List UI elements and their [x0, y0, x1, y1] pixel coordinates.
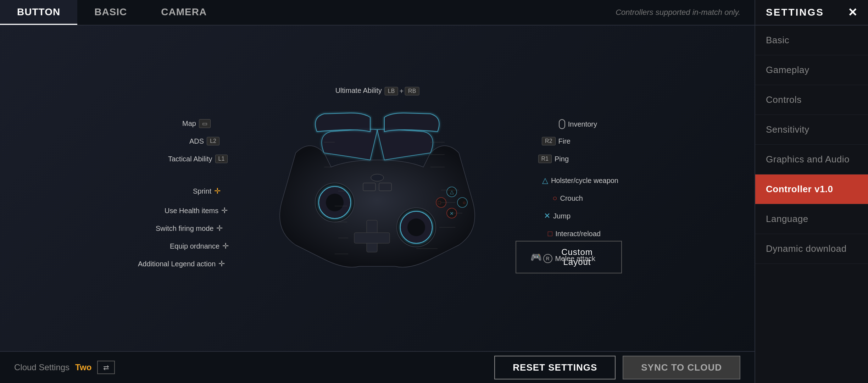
label-switch-firing: Switch firing mode ✛	[156, 224, 223, 233]
ultimate-combo: LB + RB	[385, 87, 419, 95]
custom-layout-button[interactable]: 🎮 Custom Layout	[516, 241, 622, 273]
square-icon: □	[548, 229, 552, 238]
controller-diagram: △ ○ ✕ □	[253, 96, 501, 281]
label-additional-legend: Additional Legend action ✛	[138, 259, 225, 268]
svg-point-18	[371, 174, 384, 181]
inventory-icon	[559, 119, 565, 129]
label-jump: ✕ Jump	[544, 211, 571, 221]
svg-point-2	[326, 194, 344, 211]
sidebar: SETTINGS ✕ Basic Gameplay Controls Sensi…	[755, 0, 868, 383]
label-ultimate: Ultimate Ability LB + RB	[335, 85, 419, 95]
triangle-icon: △	[542, 176, 548, 185]
svg-text:△: △	[450, 189, 454, 195]
bottom-buttons: Reset Settings Sync to Cloud	[494, 356, 740, 379]
tab-button[interactable]: Button	[0, 0, 77, 25]
l2-badge: L2	[207, 137, 219, 145]
svg-rect-16	[363, 183, 375, 191]
health-icon: ✛	[221, 206, 228, 215]
sync-to-cloud-button[interactable]: Sync to Cloud	[623, 356, 740, 379]
controller-wrapper: Ultimate Ability LB + RB Map ▭ ADS L2 Ta…	[253, 96, 501, 281]
svg-point-5	[407, 218, 425, 236]
cloud-settings: Cloud Settings Two ⇄	[14, 361, 115, 374]
sidebar-item-gameplay[interactable]: Gameplay	[755, 55, 868, 85]
main-content: Button Basic Camera Controllers supporte…	[0, 0, 755, 383]
sidebar-item-language[interactable]: Language	[755, 204, 868, 234]
svg-text:○: ○	[463, 200, 466, 205]
label-crouch: ○ Crouch	[552, 194, 583, 203]
plus-sign: +	[399, 87, 404, 95]
sidebar-title: SETTINGS	[766, 7, 824, 18]
label-equip-ordnance: Equip ordnance ✛	[170, 242, 229, 251]
sidebar-item-controls[interactable]: Controls	[755, 85, 868, 115]
cloud-sync-icon[interactable]: ⇄	[97, 361, 115, 374]
sidebar-item-sensitivity[interactable]: Sensitivity	[755, 115, 868, 145]
sidebar-item-basic[interactable]: Basic	[755, 26, 868, 55]
tab-bar: Button Basic Camera Controllers supporte…	[0, 0, 755, 26]
tab-basic[interactable]: Basic	[77, 0, 144, 25]
lb-badge: LB	[385, 87, 398, 95]
circle-icon: ○	[552, 194, 557, 203]
tab-hint: Controllers supported in-match only.	[616, 8, 755, 17]
sidebar-item-dynamic-download[interactable]: Dynamic download	[755, 234, 868, 264]
sidebar-header: SETTINGS ✕	[755, 0, 868, 26]
r2-badge: R2	[542, 137, 555, 145]
bottom-bar: Cloud Settings Two ⇄ Reset Settings Sync…	[0, 351, 755, 383]
reset-settings-button[interactable]: Reset Settings	[494, 356, 616, 379]
label-holster: △ Holster/cycle weapon	[542, 176, 618, 185]
equip-icon: ✛	[222, 242, 229, 251]
svg-text:✕: ✕	[450, 211, 454, 216]
switch-icon: ✛	[216, 224, 223, 233]
svg-rect-7	[354, 233, 390, 243]
custom-layout-icon: 🎮	[530, 252, 542, 263]
label-ping: R1 Ping	[538, 155, 569, 163]
svg-text:□: □	[438, 200, 441, 205]
sidebar-item-controller[interactable]: Controller v1.0	[755, 174, 868, 204]
label-health: Use Health items ✛	[165, 206, 228, 215]
label-map: Map ▭	[182, 119, 211, 128]
label-ads: ADS L2	[189, 137, 219, 145]
r1-badge: R1	[538, 155, 552, 163]
sidebar-close-button[interactable]: ✕	[848, 6, 857, 19]
svg-rect-17	[379, 183, 391, 191]
sprint-icon: ✛	[214, 187, 221, 196]
sidebar-item-graphics-audio[interactable]: Graphics and Audio	[755, 145, 868, 174]
l1-badge: L1	[215, 155, 228, 163]
legend-icon: ✛	[218, 259, 225, 268]
cloud-settings-value: Two	[75, 362, 91, 372]
label-interact: □ Interact/reload	[548, 229, 601, 238]
label-inventory: Inventory	[559, 119, 597, 129]
controller-area: Ultimate Ability LB + RB Map ▭ ADS L2 Ta…	[0, 26, 755, 351]
label-sprint: Sprint ✛	[193, 187, 221, 196]
tab-camera[interactable]: Camera	[144, 0, 224, 25]
rb-badge: RB	[405, 87, 419, 95]
label-tactical: Tactical Ability L1	[168, 155, 228, 163]
cross-icon: ✕	[544, 211, 550, 221]
label-fire: R2 Fire	[542, 137, 571, 145]
cloud-settings-label: Cloud Settings	[14, 362, 69, 372]
map-badge: ▭	[199, 119, 211, 128]
